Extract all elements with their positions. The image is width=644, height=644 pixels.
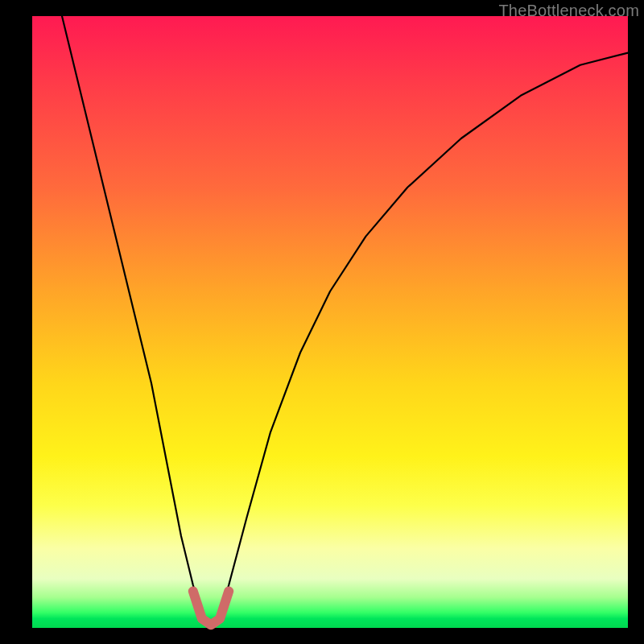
valley-highlight [193, 591, 229, 625]
plot-area [32, 16, 628, 628]
curve-svg [32, 16, 628, 628]
chart-container: TheBottleneck.com [0, 0, 644, 644]
watermark-text: TheBottleneck.com [498, 2, 639, 20]
bottleneck-curve [62, 16, 628, 625]
